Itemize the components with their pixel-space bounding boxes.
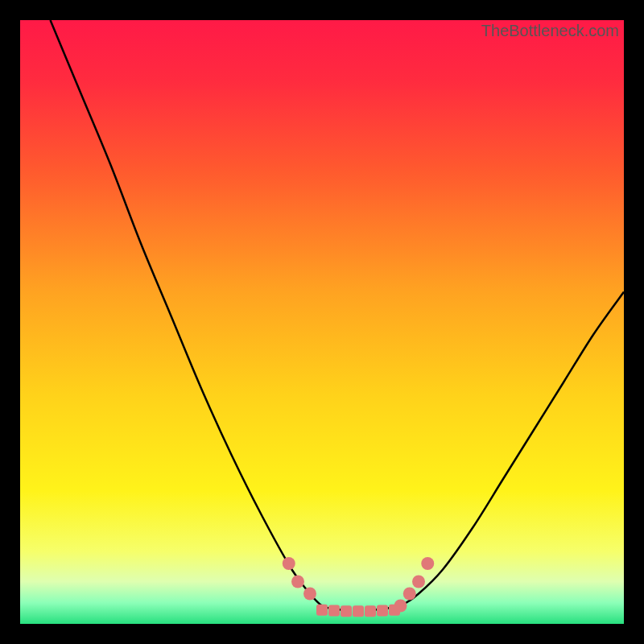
curve-left: [51, 20, 347, 611]
marker-circle: [303, 588, 316, 601]
marker-square: [377, 605, 388, 617]
marker-square: [341, 605, 352, 617]
curve-right: [370, 292, 624, 611]
marker-square: [316, 605, 328, 616]
marker-circle: [283, 557, 295, 570]
markers-squares: [316, 605, 400, 617]
markers-circles: [283, 557, 435, 613]
marker-square: [389, 605, 400, 616]
watermark-text: TheBottleneck.com: [481, 22, 619, 40]
marker-circle: [421, 557, 434, 570]
chart-frame: TheBottleneck.com: [0, 0, 644, 644]
curve-layer: [20, 20, 624, 624]
marker-square: [365, 605, 376, 617]
marker-square: [353, 605, 364, 617]
marker-circle: [291, 576, 304, 588]
marker-circle: [403, 588, 416, 601]
marker-square: [328, 605, 340, 617]
marker-circle: [412, 576, 425, 588]
plot-area: TheBottleneck.com: [20, 20, 624, 624]
